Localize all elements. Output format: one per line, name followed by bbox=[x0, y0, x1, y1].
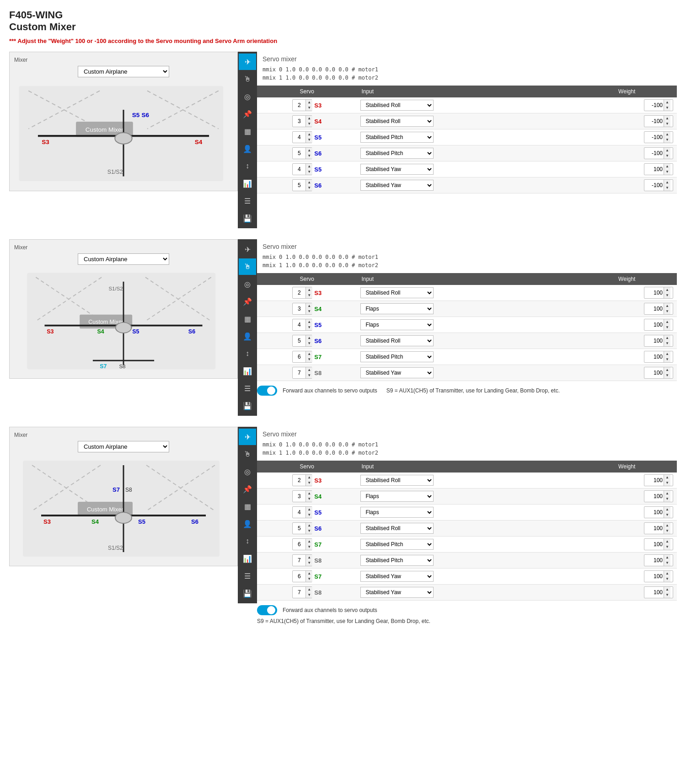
servo-number-down[interactable]: ▼ bbox=[306, 293, 312, 298]
weight-input[interactable] bbox=[644, 354, 664, 360]
servo-number-input[interactable] bbox=[293, 290, 305, 296]
servo-number-spinner[interactable]: ▲▼ bbox=[292, 538, 312, 550]
servo-number-input[interactable] bbox=[293, 525, 305, 532]
servo-number-spinner[interactable]: ▲▼ bbox=[292, 115, 312, 127]
weight-up[interactable]: ▲ bbox=[664, 100, 670, 105]
weight-up[interactable]: ▲ bbox=[664, 507, 670, 512]
servo-number-input[interactable] bbox=[293, 118, 305, 124]
weight-input[interactable] bbox=[644, 322, 664, 328]
weight-down[interactable]: ▼ bbox=[664, 293, 670, 298]
servo-number-input[interactable] bbox=[293, 509, 305, 516]
nav-item-save-1[interactable]: 💾 bbox=[239, 210, 256, 226]
servo-number-down[interactable]: ▼ bbox=[306, 592, 312, 598]
input-select[interactable]: Flaps bbox=[360, 491, 434, 502]
servo-number-up[interactable]: ▲ bbox=[306, 351, 312, 357]
nav-item-menu-3[interactable]: ☰ bbox=[239, 568, 256, 584]
servo-number-spinner[interactable]: ▲▼ bbox=[292, 474, 312, 486]
servo-number-up[interactable]: ▲ bbox=[306, 148, 312, 153]
nav-item-chart-1[interactable]: 📊 bbox=[239, 175, 256, 192]
input-select[interactable]: Stabilised Roll bbox=[360, 100, 434, 111]
servo-number-down[interactable]: ▼ bbox=[306, 309, 312, 314]
servo-number-spinner[interactable]: ▲▼ bbox=[292, 147, 312, 159]
weight-input[interactable] bbox=[644, 134, 664, 140]
nav-item-menu-2[interactable]: ☰ bbox=[239, 380, 256, 397]
weight-down[interactable]: ▼ bbox=[664, 512, 670, 518]
toggle-switch-3[interactable] bbox=[257, 605, 277, 615]
servo-number-down[interactable]: ▼ bbox=[306, 153, 312, 159]
weight-up[interactable]: ▲ bbox=[664, 303, 670, 309]
servo-number-input[interactable] bbox=[293, 134, 305, 140]
servo-number-spinner[interactable]: ▲▼ bbox=[292, 99, 312, 111]
servo-number-up[interactable]: ▲ bbox=[306, 587, 312, 592]
servo-number-spinner[interactable]: ▲▼ bbox=[292, 506, 312, 518]
nav-item-person-1[interactable]: 👤 bbox=[239, 140, 256, 157]
weight-up[interactable]: ▲ bbox=[664, 335, 670, 341]
input-select[interactable]: Stabilised Pitch bbox=[360, 555, 434, 566]
weight-up[interactable]: ▲ bbox=[664, 116, 670, 121]
nav-item-cursor-3[interactable]: 🖱 bbox=[239, 446, 256, 462]
servo-number-input[interactable] bbox=[293, 322, 305, 328]
weight-down[interactable]: ▼ bbox=[664, 373, 670, 378]
servo-number-input[interactable] bbox=[293, 557, 305, 564]
toggle-switch-2[interactable] bbox=[257, 386, 277, 396]
servo-number-up[interactable]: ▲ bbox=[306, 523, 312, 528]
nav-item-arrows-2[interactable]: ↕ bbox=[239, 345, 256, 362]
servo-number-up[interactable]: ▲ bbox=[306, 555, 312, 560]
input-select[interactable]: Stabilised Yaw bbox=[360, 571, 434, 582]
weight-input[interactable] bbox=[644, 477, 664, 483]
weight-down[interactable]: ▼ bbox=[664, 137, 670, 143]
nav-item-home-2[interactable]: ✈ bbox=[239, 241, 256, 258]
servo-number-up[interactable]: ▲ bbox=[306, 100, 312, 105]
weight-spinner[interactable]: ▲▼ bbox=[644, 351, 673, 363]
servo-number-input[interactable] bbox=[293, 338, 305, 344]
servo-number-down[interactable]: ▼ bbox=[306, 357, 312, 362]
weight-input[interactable] bbox=[644, 150, 664, 156]
servo-number-input[interactable] bbox=[293, 150, 305, 156]
weight-spinner[interactable]: ▲▼ bbox=[644, 538, 673, 550]
weight-input[interactable] bbox=[644, 182, 664, 188]
weight-spinner[interactable]: ▲▼ bbox=[644, 570, 673, 582]
weight-up[interactable]: ▲ bbox=[664, 148, 670, 153]
servo-number-up[interactable]: ▲ bbox=[306, 367, 312, 373]
servo-number-up[interactable]: ▲ bbox=[306, 539, 312, 544]
weight-down[interactable]: ▼ bbox=[664, 357, 670, 362]
weight-up[interactable]: ▲ bbox=[664, 351, 670, 357]
weight-spinner[interactable]: ▲▼ bbox=[644, 506, 673, 518]
weight-down[interactable]: ▼ bbox=[664, 496, 670, 502]
weight-down[interactable]: ▼ bbox=[664, 153, 670, 159]
input-select[interactable]: Flaps bbox=[360, 303, 434, 314]
nav-item-arrows-1[interactable]: ↕ bbox=[239, 158, 256, 174]
weight-down[interactable]: ▼ bbox=[664, 341, 670, 346]
input-select[interactable]: Stabilised Pitch bbox=[360, 132, 434, 143]
input-select[interactable]: Stabilised Pitch bbox=[360, 148, 434, 159]
input-select[interactable]: Stabilised Roll bbox=[360, 116, 434, 127]
weight-down[interactable]: ▼ bbox=[664, 309, 670, 314]
weight-up[interactable]: ▲ bbox=[664, 180, 670, 185]
weight-spinner[interactable]: ▲▼ bbox=[644, 554, 673, 566]
servo-number-input[interactable] bbox=[293, 166, 305, 172]
weight-input[interactable] bbox=[644, 525, 664, 532]
nav-item-home-3[interactable]: ✈ bbox=[239, 429, 256, 445]
weight-spinner[interactable]: ▲▼ bbox=[644, 474, 673, 486]
servo-number-input[interactable] bbox=[293, 493, 305, 499]
weight-input[interactable] bbox=[644, 557, 664, 564]
input-select[interactable]: Stabilised Pitch bbox=[360, 351, 434, 362]
weight-input[interactable] bbox=[644, 102, 664, 108]
weight-input[interactable] bbox=[644, 166, 664, 172]
weight-down[interactable]: ▼ bbox=[664, 528, 670, 534]
servo-number-up[interactable]: ▲ bbox=[306, 319, 312, 325]
nav-item-device-1[interactable]: ▦ bbox=[239, 123, 256, 140]
servo-number-input[interactable] bbox=[293, 573, 305, 580]
nav-item-person-3[interactable]: 👤 bbox=[239, 516, 256, 532]
servo-number-up[interactable]: ▲ bbox=[306, 571, 312, 576]
weight-down[interactable]: ▼ bbox=[664, 576, 670, 582]
weight-spinner[interactable]: ▲▼ bbox=[644, 319, 673, 331]
weight-down[interactable]: ▼ bbox=[664, 592, 670, 598]
nav-item-save-3[interactable]: 💾 bbox=[239, 585, 256, 601]
weight-up[interactable]: ▲ bbox=[664, 523, 670, 528]
weight-down[interactable]: ▼ bbox=[664, 544, 670, 550]
nav-item-chart-3[interactable]: 📊 bbox=[239, 550, 256, 567]
weight-up[interactable]: ▲ bbox=[664, 287, 670, 293]
nav-item-device-3[interactable]: ▦ bbox=[239, 498, 256, 515]
mixer-dropdown-3[interactable]: Custom Airplane bbox=[78, 441, 169, 452]
